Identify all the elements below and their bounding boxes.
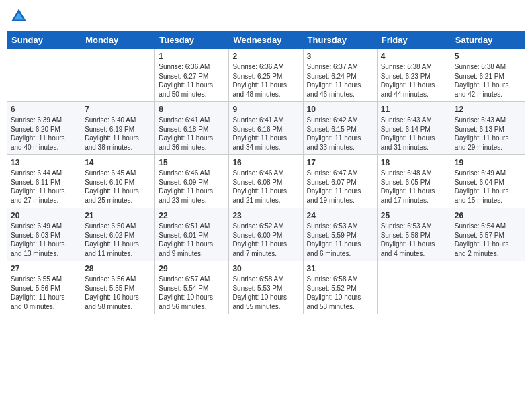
day-number: 25 [381, 211, 447, 220]
calendar-cell: 30Sunrise: 6:58 AM Sunset: 5:53 PM Dayli… [229, 261, 303, 314]
weekday-header-row: SundayMondayTuesdayWednesdayThursdayFrid… [7, 32, 525, 49]
week-row-5: 27Sunrise: 6:55 AM Sunset: 5:56 PM Dayli… [7, 261, 525, 314]
calendar-cell: 7Sunrise: 6:40 AM Sunset: 6:19 PM Daylig… [81, 102, 155, 155]
day-info: Sunrise: 6:52 AM Sunset: 6:00 PM Dayligh… [232, 222, 299, 258]
week-row-3: 13Sunrise: 6:44 AM Sunset: 6:11 PM Dayli… [7, 155, 525, 208]
calendar-cell: 6Sunrise: 6:39 AM Sunset: 6:20 PM Daylig… [7, 102, 81, 155]
day-number: 30 [232, 264, 299, 273]
logo-icon [9, 7, 28, 26]
calendar-cell [81, 49, 155, 102]
calendar-cell [377, 261, 451, 314]
day-info: Sunrise: 6:38 AM Sunset: 6:21 PM Dayligh… [455, 62, 521, 99]
calendar-cell: 21Sunrise: 6:50 AM Sunset: 6:02 PM Dayli… [81, 208, 155, 261]
day-info: Sunrise: 6:43 AM Sunset: 6:13 PM Dayligh… [455, 116, 521, 152]
calendar-cell: 27Sunrise: 6:55 AM Sunset: 5:56 PM Dayli… [7, 261, 81, 314]
calendar-cell: 24Sunrise: 6:53 AM Sunset: 5:59 PM Dayli… [303, 208, 377, 261]
calendar-cell: 23Sunrise: 6:52 AM Sunset: 6:00 PM Dayli… [229, 208, 303, 261]
logo [9, 7, 30, 26]
day-number: 22 [159, 211, 225, 220]
day-info: Sunrise: 6:46 AM Sunset: 6:09 PM Dayligh… [159, 169, 225, 205]
weekday-header-saturday: Saturday [451, 32, 525, 49]
day-number: 16 [232, 158, 299, 167]
weekday-header-tuesday: Tuesday [155, 32, 229, 49]
page-header [7, 7, 525, 26]
day-number: 21 [85, 211, 151, 220]
day-number: 7 [85, 105, 151, 114]
day-number: 1 [159, 52, 225, 61]
calendar-cell: 19Sunrise: 6:49 AM Sunset: 6:04 PM Dayli… [451, 155, 525, 208]
calendar-cell: 22Sunrise: 6:51 AM Sunset: 6:01 PM Dayli… [155, 208, 229, 261]
day-info: Sunrise: 6:49 AM Sunset: 6:04 PM Dayligh… [455, 169, 521, 205]
calendar-cell: 12Sunrise: 6:43 AM Sunset: 6:13 PM Dayli… [451, 102, 525, 155]
day-number: 13 [11, 158, 77, 167]
calendar-cell: 20Sunrise: 6:49 AM Sunset: 6:03 PM Dayli… [7, 208, 81, 261]
day-number: 10 [307, 105, 373, 114]
day-number: 3 [307, 52, 373, 61]
day-info: Sunrise: 6:48 AM Sunset: 6:05 PM Dayligh… [381, 169, 447, 205]
calendar-cell: 18Sunrise: 6:48 AM Sunset: 6:05 PM Dayli… [377, 155, 451, 208]
calendar-cell: 11Sunrise: 6:43 AM Sunset: 6:14 PM Dayli… [377, 102, 451, 155]
calendar-cell: 13Sunrise: 6:44 AM Sunset: 6:11 PM Dayli… [7, 155, 81, 208]
day-number: 18 [381, 158, 447, 167]
calendar-cell: 2Sunrise: 6:36 AM Sunset: 6:25 PM Daylig… [229, 49, 303, 102]
day-number: 4 [381, 52, 447, 61]
day-info: Sunrise: 6:36 AM Sunset: 6:27 PM Dayligh… [159, 62, 225, 99]
week-row-1: 1Sunrise: 6:36 AM Sunset: 6:27 PM Daylig… [7, 49, 525, 102]
day-info: Sunrise: 6:41 AM Sunset: 6:16 PM Dayligh… [232, 116, 299, 152]
weekday-header-thursday: Thursday [303, 32, 377, 49]
day-number: 27 [11, 264, 77, 273]
day-number: 9 [232, 105, 299, 114]
day-number: 23 [232, 211, 299, 220]
calendar-cell: 28Sunrise: 6:56 AM Sunset: 5:55 PM Dayli… [81, 261, 155, 314]
day-info: Sunrise: 6:37 AM Sunset: 6:24 PM Dayligh… [307, 62, 373, 99]
day-number: 19 [455, 158, 521, 167]
day-info: Sunrise: 6:53 AM Sunset: 5:58 PM Dayligh… [381, 222, 447, 258]
calendar-cell: 8Sunrise: 6:41 AM Sunset: 6:18 PM Daylig… [155, 102, 229, 155]
day-info: Sunrise: 6:58 AM Sunset: 5:53 PM Dayligh… [232, 275, 299, 311]
day-number: 26 [455, 211, 521, 220]
day-info: Sunrise: 6:40 AM Sunset: 6:19 PM Dayligh… [85, 116, 151, 152]
calendar-cell: 10Sunrise: 6:42 AM Sunset: 6:15 PM Dayli… [303, 102, 377, 155]
day-info: Sunrise: 6:44 AM Sunset: 6:11 PM Dayligh… [11, 169, 77, 205]
day-number: 20 [11, 211, 77, 220]
day-info: Sunrise: 6:42 AM Sunset: 6:15 PM Dayligh… [307, 116, 373, 152]
weekday-header-wednesday: Wednesday [229, 32, 303, 49]
day-info: Sunrise: 6:39 AM Sunset: 6:20 PM Dayligh… [11, 116, 77, 152]
week-row-2: 6Sunrise: 6:39 AM Sunset: 6:20 PM Daylig… [7, 102, 525, 155]
calendar-cell: 15Sunrise: 6:46 AM Sunset: 6:09 PM Dayli… [155, 155, 229, 208]
day-number: 14 [85, 158, 151, 167]
day-number: 24 [307, 211, 373, 220]
day-number: 17 [307, 158, 373, 167]
day-info: Sunrise: 6:51 AM Sunset: 6:01 PM Dayligh… [159, 222, 225, 258]
day-number: 11 [381, 105, 447, 114]
day-number: 29 [159, 264, 225, 273]
calendar-cell: 29Sunrise: 6:57 AM Sunset: 5:54 PM Dayli… [155, 261, 229, 314]
week-row-4: 20Sunrise: 6:49 AM Sunset: 6:03 PM Dayli… [7, 208, 525, 261]
calendar-cell: 26Sunrise: 6:54 AM Sunset: 5:57 PM Dayli… [451, 208, 525, 261]
calendar-cell: 25Sunrise: 6:53 AM Sunset: 5:58 PM Dayli… [377, 208, 451, 261]
calendar-cell: 5Sunrise: 6:38 AM Sunset: 6:21 PM Daylig… [451, 49, 525, 102]
day-info: Sunrise: 6:57 AM Sunset: 5:54 PM Dayligh… [159, 275, 225, 311]
day-info: Sunrise: 6:43 AM Sunset: 6:14 PM Dayligh… [381, 116, 447, 152]
day-info: Sunrise: 6:36 AM Sunset: 6:25 PM Dayligh… [232, 62, 299, 99]
day-number: 5 [455, 52, 521, 61]
day-number: 8 [159, 105, 225, 114]
calendar-cell [451, 261, 525, 314]
day-info: Sunrise: 6:55 AM Sunset: 5:56 PM Dayligh… [11, 275, 77, 311]
day-info: Sunrise: 6:45 AM Sunset: 6:10 PM Dayligh… [85, 169, 151, 205]
day-info: Sunrise: 6:54 AM Sunset: 5:57 PM Dayligh… [455, 222, 521, 258]
calendar-cell: 4Sunrise: 6:38 AM Sunset: 6:23 PM Daylig… [377, 49, 451, 102]
day-info: Sunrise: 6:50 AM Sunset: 6:02 PM Dayligh… [85, 222, 151, 258]
day-info: Sunrise: 6:58 AM Sunset: 5:52 PM Dayligh… [307, 275, 373, 311]
weekday-header-friday: Friday [377, 32, 451, 49]
day-info: Sunrise: 6:46 AM Sunset: 6:08 PM Dayligh… [232, 169, 299, 205]
weekday-header-monday: Monday [81, 32, 155, 49]
day-info: Sunrise: 6:38 AM Sunset: 6:23 PM Dayligh… [381, 62, 447, 99]
day-number: 31 [307, 264, 373, 273]
day-info: Sunrise: 6:47 AM Sunset: 6:07 PM Dayligh… [307, 169, 373, 205]
calendar-cell: 3Sunrise: 6:37 AM Sunset: 6:24 PM Daylig… [303, 49, 377, 102]
day-number: 28 [85, 264, 151, 273]
day-number: 15 [159, 158, 225, 167]
day-info: Sunrise: 6:41 AM Sunset: 6:18 PM Dayligh… [159, 116, 225, 152]
calendar-cell [7, 49, 81, 102]
